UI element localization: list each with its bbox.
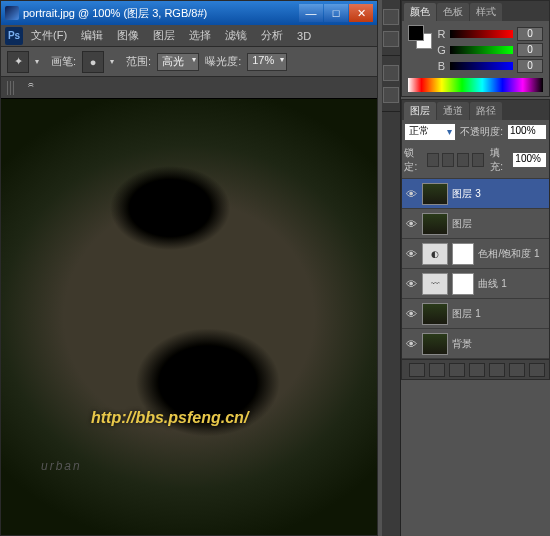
visibility-eye-icon[interactable]: 👁 (404, 337, 418, 351)
lock-all-icon[interactable] (472, 153, 484, 167)
watermark-bottom: urban (41, 459, 82, 473)
channel-r-input[interactable]: 0 (517, 27, 543, 41)
range-label: 范围: (126, 54, 151, 69)
tool-preset-dropdown[interactable]: ▾ (35, 57, 45, 66)
layer-row[interactable]: 👁背景 (402, 329, 549, 359)
channel-g-input[interactable]: 0 (517, 43, 543, 57)
layer-fx-icon[interactable] (429, 363, 445, 377)
layer-row[interactable]: 👁图层 1 (402, 299, 549, 329)
opacity-label: 不透明度: (460, 125, 503, 139)
layer-thumbnail[interactable]: 〰 (422, 273, 448, 295)
active-tool-icon[interactable]: ✦ (7, 51, 29, 73)
layer-mask-icon[interactable] (449, 363, 465, 377)
brush-label: 画笔: (51, 54, 76, 69)
fill-field[interactable]: 100% (512, 152, 547, 168)
range-select[interactable]: 高光 (157, 53, 199, 71)
channel-r-label: R (436, 28, 446, 40)
visibility-eye-icon[interactable]: 👁 (404, 247, 418, 261)
sub-grip[interactable] (7, 81, 15, 95)
visibility-eye-icon[interactable]: 👁 (404, 217, 418, 231)
layer-row[interactable]: 👁图层 3 (402, 179, 549, 209)
dock-group-1[interactable] (382, 0, 400, 56)
channel-r-slider[interactable] (450, 30, 513, 38)
blend-mode-select[interactable]: 正常 (404, 123, 456, 141)
layer-name-label[interactable]: 色相/饱和度 1 (478, 247, 547, 261)
layer-thumbnail[interactable]: ◐ (422, 243, 448, 265)
lock-label: 锁定: (404, 146, 423, 174)
navigator-icon (383, 9, 399, 25)
menu-3d[interactable]: 3D (291, 28, 317, 44)
layers-footer (402, 359, 549, 379)
channel-g-slider[interactable] (450, 46, 513, 54)
visibility-eye-icon[interactable]: 👁 (404, 307, 418, 321)
panel-dock (382, 0, 401, 536)
new-group-icon[interactable] (489, 363, 505, 377)
channel-b-label: B (436, 60, 446, 72)
canvas-area[interactable]: http://bbs.psfeng.cn/ urban (1, 99, 377, 535)
channel-g-label: G (436, 44, 446, 56)
dock-group-2[interactable] (382, 56, 400, 112)
titlebar[interactable]: portrait.jpg @ 100% (图层 3, RGB/8#) — □ ✕ (1, 1, 377, 25)
menu-layer[interactable]: 图层 (147, 26, 181, 45)
layer-name-label[interactable]: 背景 (452, 337, 547, 351)
layer-row[interactable]: 👁◐色相/饱和度 1 (402, 239, 549, 269)
layer-thumbnail[interactable] (422, 303, 448, 325)
menu-edit[interactable]: 编辑 (75, 26, 109, 45)
lock-pixels-icon[interactable] (442, 153, 454, 167)
layer-mask-thumbnail[interactable] (452, 273, 474, 295)
menu-image[interactable]: 图像 (111, 26, 145, 45)
app-icon (5, 6, 19, 20)
paragraph-icon (383, 87, 399, 103)
close-button[interactable]: ✕ (349, 4, 373, 22)
layer-name-label[interactable]: 曲线 1 (478, 277, 547, 291)
airbrush-icon[interactable]: ꩰ (21, 79, 39, 97)
channel-b-input[interactable]: 0 (517, 59, 543, 73)
layer-mask-thumbnail[interactable] (452, 243, 474, 265)
maximize-button[interactable]: □ (324, 4, 348, 22)
layer-row[interactable]: 👁〰曲线 1 (402, 269, 549, 299)
sub-toolbar: ꩰ (1, 77, 377, 99)
color-panel: 颜色 色板 样式 R 0 G (401, 0, 550, 97)
layer-thumbnail[interactable] (422, 213, 448, 235)
tool-options-bar: ✦ ▾ 画笔: ● ▾ 范围: 高光 曝光度: 17% (1, 47, 377, 77)
tab-swatches[interactable]: 色板 (437, 3, 469, 21)
tab-paths[interactable]: 路径 (470, 102, 502, 120)
new-adj-layer-icon[interactable] (469, 363, 485, 377)
layer-thumbnail[interactable] (422, 333, 448, 355)
tab-channels[interactable]: 通道 (437, 102, 469, 120)
lock-transparency-icon[interactable] (427, 153, 439, 167)
layer-name-label[interactable]: 图层 1 (452, 307, 547, 321)
opacity-field[interactable]: 100% (507, 124, 547, 140)
layer-list: 👁图层 3👁图层👁◐色相/饱和度 1👁〰曲线 1👁图层 1👁背景 (402, 179, 549, 359)
menu-filter[interactable]: 滤镜 (219, 26, 253, 45)
lock-position-icon[interactable] (457, 153, 469, 167)
link-layers-icon[interactable] (409, 363, 425, 377)
new-layer-icon[interactable] (509, 363, 525, 377)
exposure-label: 曝光度: (205, 54, 241, 69)
ps-icon[interactable]: Ps (5, 27, 23, 45)
menu-select[interactable]: 选择 (183, 26, 217, 45)
exposure-field[interactable]: 17% (247, 53, 287, 71)
delete-layer-icon[interactable] (529, 363, 545, 377)
minimize-button[interactable]: — (299, 4, 323, 22)
spectrum-bar[interactable] (408, 78, 543, 92)
tab-layers[interactable]: 图层 (404, 102, 436, 120)
channel-b-slider[interactable] (450, 62, 513, 70)
layer-name-label[interactable]: 图层 (452, 217, 547, 231)
character-icon (383, 65, 399, 81)
color-swatch-pair[interactable] (408, 25, 432, 49)
tab-styles[interactable]: 样式 (470, 3, 502, 21)
tab-color[interactable]: 颜色 (404, 3, 436, 21)
document-window: portrait.jpg @ 100% (图层 3, RGB/8#) — □ ✕… (0, 0, 378, 536)
menu-file[interactable]: 文件(F) (25, 26, 73, 45)
visibility-eye-icon[interactable]: 👁 (404, 187, 418, 201)
layer-row[interactable]: 👁图层 (402, 209, 549, 239)
right-panels: 颜色 色板 样式 R 0 G (382, 0, 550, 536)
brush-dropdown[interactable]: ▾ (110, 57, 120, 66)
layer-thumbnail[interactable] (422, 183, 448, 205)
brush-preview[interactable]: ● (82, 51, 104, 73)
visibility-eye-icon[interactable]: 👁 (404, 277, 418, 291)
menu-analysis[interactable]: 分析 (255, 26, 289, 45)
layer-name-label[interactable]: 图层 3 (452, 187, 547, 201)
watermark-url: http://bbs.psfeng.cn/ (91, 409, 248, 427)
